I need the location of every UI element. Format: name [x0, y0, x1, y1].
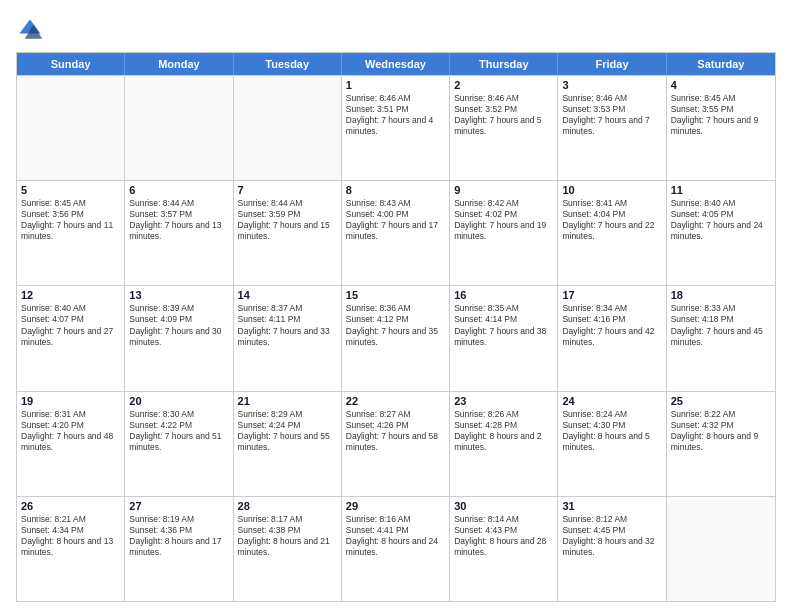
calendar-row-0: 1Sunrise: 8:46 AM Sunset: 3:51 PM Daylig…	[17, 75, 775, 180]
day-cell-24: 24Sunrise: 8:24 AM Sunset: 4:30 PM Dayli…	[558, 392, 666, 496]
day-number: 23	[454, 395, 553, 407]
cell-info: Sunrise: 8:33 AM Sunset: 4:18 PM Dayligh…	[671, 303, 771, 347]
page: SundayMondayTuesdayWednesdayThursdayFrid…	[0, 0, 792, 612]
calendar-header: SundayMondayTuesdayWednesdayThursdayFrid…	[17, 53, 775, 75]
weekday-header-friday: Friday	[558, 53, 666, 75]
day-number: 20	[129, 395, 228, 407]
day-cell-14: 14Sunrise: 8:37 AM Sunset: 4:11 PM Dayli…	[234, 286, 342, 390]
day-cell-27: 27Sunrise: 8:19 AM Sunset: 4:36 PM Dayli…	[125, 497, 233, 601]
day-cell-8: 8Sunrise: 8:43 AM Sunset: 4:00 PM Daylig…	[342, 181, 450, 285]
day-number: 4	[671, 79, 771, 91]
day-number: 9	[454, 184, 553, 196]
day-number: 24	[562, 395, 661, 407]
empty-cell-r0c2	[234, 76, 342, 180]
cell-info: Sunrise: 8:26 AM Sunset: 4:28 PM Dayligh…	[454, 409, 553, 453]
day-number: 31	[562, 500, 661, 512]
day-cell-25: 25Sunrise: 8:22 AM Sunset: 4:32 PM Dayli…	[667, 392, 775, 496]
day-number: 16	[454, 289, 553, 301]
weekday-header-thursday: Thursday	[450, 53, 558, 75]
cell-info: Sunrise: 8:27 AM Sunset: 4:26 PM Dayligh…	[346, 409, 445, 453]
cell-info: Sunrise: 8:46 AM Sunset: 3:53 PM Dayligh…	[562, 93, 661, 137]
day-cell-9: 9Sunrise: 8:42 AM Sunset: 4:02 PM Daylig…	[450, 181, 558, 285]
empty-cell-r4c6	[667, 497, 775, 601]
day-cell-3: 3Sunrise: 8:46 AM Sunset: 3:53 PM Daylig…	[558, 76, 666, 180]
header	[16, 16, 776, 44]
cell-info: Sunrise: 8:40 AM Sunset: 4:07 PM Dayligh…	[21, 303, 120, 347]
cell-info: Sunrise: 8:24 AM Sunset: 4:30 PM Dayligh…	[562, 409, 661, 453]
day-cell-12: 12Sunrise: 8:40 AM Sunset: 4:07 PM Dayli…	[17, 286, 125, 390]
cell-info: Sunrise: 8:41 AM Sunset: 4:04 PM Dayligh…	[562, 198, 661, 242]
day-number: 27	[129, 500, 228, 512]
day-cell-16: 16Sunrise: 8:35 AM Sunset: 4:14 PM Dayli…	[450, 286, 558, 390]
day-number: 10	[562, 184, 661, 196]
cell-info: Sunrise: 8:29 AM Sunset: 4:24 PM Dayligh…	[238, 409, 337, 453]
day-cell-4: 4Sunrise: 8:45 AM Sunset: 3:55 PM Daylig…	[667, 76, 775, 180]
cell-info: Sunrise: 8:36 AM Sunset: 4:12 PM Dayligh…	[346, 303, 445, 347]
cell-info: Sunrise: 8:19 AM Sunset: 4:36 PM Dayligh…	[129, 514, 228, 558]
day-number: 14	[238, 289, 337, 301]
day-cell-20: 20Sunrise: 8:30 AM Sunset: 4:22 PM Dayli…	[125, 392, 233, 496]
cell-info: Sunrise: 8:43 AM Sunset: 4:00 PM Dayligh…	[346, 198, 445, 242]
day-number: 17	[562, 289, 661, 301]
day-number: 3	[562, 79, 661, 91]
cell-info: Sunrise: 8:12 AM Sunset: 4:45 PM Dayligh…	[562, 514, 661, 558]
cell-info: Sunrise: 8:46 AM Sunset: 3:52 PM Dayligh…	[454, 93, 553, 137]
weekday-header-monday: Monday	[125, 53, 233, 75]
cell-info: Sunrise: 8:22 AM Sunset: 4:32 PM Dayligh…	[671, 409, 771, 453]
calendar-row-1: 5Sunrise: 8:45 AM Sunset: 3:56 PM Daylig…	[17, 180, 775, 285]
day-number: 29	[346, 500, 445, 512]
day-number: 19	[21, 395, 120, 407]
day-cell-5: 5Sunrise: 8:45 AM Sunset: 3:56 PM Daylig…	[17, 181, 125, 285]
day-number: 18	[671, 289, 771, 301]
day-cell-28: 28Sunrise: 8:17 AM Sunset: 4:38 PM Dayli…	[234, 497, 342, 601]
day-number: 11	[671, 184, 771, 196]
day-number: 30	[454, 500, 553, 512]
day-cell-26: 26Sunrise: 8:21 AM Sunset: 4:34 PM Dayli…	[17, 497, 125, 601]
day-cell-22: 22Sunrise: 8:27 AM Sunset: 4:26 PM Dayli…	[342, 392, 450, 496]
day-number: 6	[129, 184, 228, 196]
calendar: SundayMondayTuesdayWednesdayThursdayFrid…	[16, 52, 776, 602]
cell-info: Sunrise: 8:35 AM Sunset: 4:14 PM Dayligh…	[454, 303, 553, 347]
day-cell-18: 18Sunrise: 8:33 AM Sunset: 4:18 PM Dayli…	[667, 286, 775, 390]
day-number: 25	[671, 395, 771, 407]
day-number: 5	[21, 184, 120, 196]
day-number: 8	[346, 184, 445, 196]
day-cell-13: 13Sunrise: 8:39 AM Sunset: 4:09 PM Dayli…	[125, 286, 233, 390]
day-number: 1	[346, 79, 445, 91]
cell-info: Sunrise: 8:30 AM Sunset: 4:22 PM Dayligh…	[129, 409, 228, 453]
day-cell-7: 7Sunrise: 8:44 AM Sunset: 3:59 PM Daylig…	[234, 181, 342, 285]
day-number: 26	[21, 500, 120, 512]
day-number: 13	[129, 289, 228, 301]
day-cell-23: 23Sunrise: 8:26 AM Sunset: 4:28 PM Dayli…	[450, 392, 558, 496]
day-cell-30: 30Sunrise: 8:14 AM Sunset: 4:43 PM Dayli…	[450, 497, 558, 601]
cell-info: Sunrise: 8:14 AM Sunset: 4:43 PM Dayligh…	[454, 514, 553, 558]
day-number: 21	[238, 395, 337, 407]
empty-cell-r0c1	[125, 76, 233, 180]
day-number: 2	[454, 79, 553, 91]
day-number: 28	[238, 500, 337, 512]
weekday-header-sunday: Sunday	[17, 53, 125, 75]
day-cell-15: 15Sunrise: 8:36 AM Sunset: 4:12 PM Dayli…	[342, 286, 450, 390]
logo	[16, 16, 48, 44]
day-number: 12	[21, 289, 120, 301]
weekday-header-saturday: Saturday	[667, 53, 775, 75]
cell-info: Sunrise: 8:42 AM Sunset: 4:02 PM Dayligh…	[454, 198, 553, 242]
cell-info: Sunrise: 8:40 AM Sunset: 4:05 PM Dayligh…	[671, 198, 771, 242]
day-cell-11: 11Sunrise: 8:40 AM Sunset: 4:05 PM Dayli…	[667, 181, 775, 285]
calendar-row-2: 12Sunrise: 8:40 AM Sunset: 4:07 PM Dayli…	[17, 285, 775, 390]
day-cell-10: 10Sunrise: 8:41 AM Sunset: 4:04 PM Dayli…	[558, 181, 666, 285]
calendar-row-4: 26Sunrise: 8:21 AM Sunset: 4:34 PM Dayli…	[17, 496, 775, 601]
empty-cell-r0c0	[17, 76, 125, 180]
day-cell-2: 2Sunrise: 8:46 AM Sunset: 3:52 PM Daylig…	[450, 76, 558, 180]
day-cell-19: 19Sunrise: 8:31 AM Sunset: 4:20 PM Dayli…	[17, 392, 125, 496]
day-cell-6: 6Sunrise: 8:44 AM Sunset: 3:57 PM Daylig…	[125, 181, 233, 285]
cell-info: Sunrise: 8:37 AM Sunset: 4:11 PM Dayligh…	[238, 303, 337, 347]
cell-info: Sunrise: 8:44 AM Sunset: 3:59 PM Dayligh…	[238, 198, 337, 242]
cell-info: Sunrise: 8:31 AM Sunset: 4:20 PM Dayligh…	[21, 409, 120, 453]
cell-info: Sunrise: 8:45 AM Sunset: 3:55 PM Dayligh…	[671, 93, 771, 137]
day-cell-17: 17Sunrise: 8:34 AM Sunset: 4:16 PM Dayli…	[558, 286, 666, 390]
cell-info: Sunrise: 8:44 AM Sunset: 3:57 PM Dayligh…	[129, 198, 228, 242]
day-number: 7	[238, 184, 337, 196]
day-cell-21: 21Sunrise: 8:29 AM Sunset: 4:24 PM Dayli…	[234, 392, 342, 496]
weekday-header-tuesday: Tuesday	[234, 53, 342, 75]
